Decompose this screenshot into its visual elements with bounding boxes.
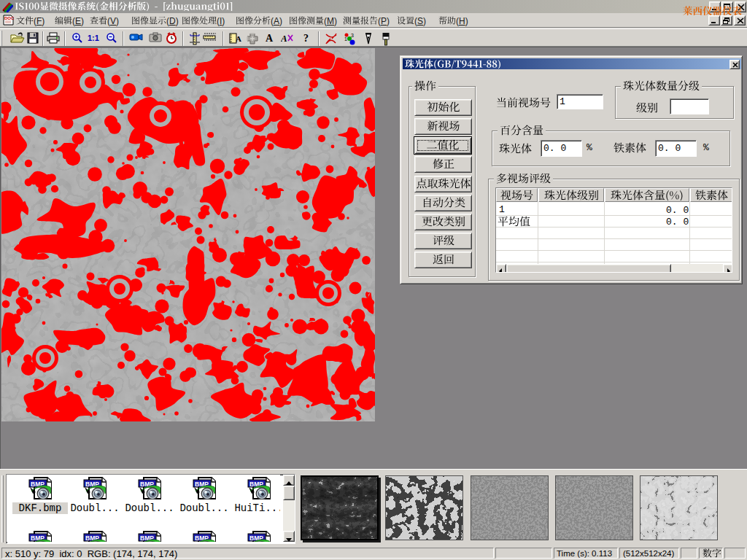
svg-text:A: A (281, 33, 287, 44)
svg-text:?: ? (303, 33, 309, 44)
svg-text:1: 1 (344, 36, 347, 42)
svg-text:A: A (236, 34, 241, 43)
svg-text:DOC: DOC (4, 16, 14, 20)
svg-text:1:1: 1:1 (88, 34, 99, 42)
svg-text:3: 3 (351, 33, 354, 38)
svg-text:A: A (266, 33, 274, 44)
